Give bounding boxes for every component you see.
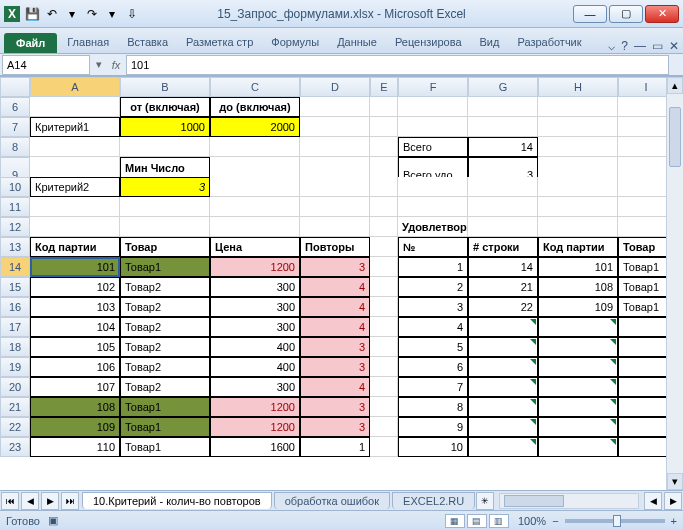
- cell-c15[interactable]: 300: [210, 277, 300, 297]
- row-header[interactable]: 6: [0, 97, 30, 117]
- cell-h22[interactable]: [538, 417, 618, 437]
- cell-a15[interactable]: 102: [30, 277, 120, 297]
- maximize-button[interactable]: ▢: [609, 5, 643, 23]
- view-page-break-icon[interactable]: ▥: [489, 514, 509, 528]
- cell-d12[interactable]: [300, 217, 370, 237]
- cell-c11[interactable]: [210, 197, 300, 217]
- cell-h7[interactable]: [538, 117, 618, 137]
- sheet-nav-first[interactable]: ⏮: [1, 492, 19, 510]
- cell-d8[interactable]: [300, 137, 370, 157]
- cell-d20[interactable]: 4: [300, 377, 370, 397]
- undo-icon[interactable]: ↶: [44, 6, 60, 22]
- sheet-tab-active[interactable]: 10.Критерий - колич-во повторов: [82, 492, 272, 509]
- row-header[interactable]: 16: [0, 297, 30, 317]
- cell-c14[interactable]: 1200: [210, 257, 300, 277]
- cell-h11[interactable]: [538, 197, 618, 217]
- minimize-ribbon-icon[interactable]: ⌵: [608, 39, 615, 53]
- tab-data[interactable]: Данные: [329, 32, 385, 53]
- cell-f14[interactable]: 1: [398, 257, 468, 277]
- cell-f15[interactable]: 2: [398, 277, 468, 297]
- cell-g10[interactable]: [468, 177, 538, 197]
- zoom-level[interactable]: 100%: [518, 515, 546, 527]
- row-header[interactable]: 7: [0, 117, 30, 137]
- tab-home[interactable]: Главная: [59, 32, 117, 53]
- column-header[interactable]: A: [30, 77, 120, 97]
- cell-g12[interactable]: [468, 217, 538, 237]
- cell-a11[interactable]: [30, 197, 120, 217]
- cell-b12[interactable]: [120, 217, 210, 237]
- cell-h15[interactable]: 108: [538, 277, 618, 297]
- cell-d7[interactable]: [300, 117, 370, 137]
- cell-c23[interactable]: 1600: [210, 437, 300, 457]
- cell-f18[interactable]: 5: [398, 337, 468, 357]
- cell-d11[interactable]: [300, 197, 370, 217]
- cell-f19[interactable]: 6: [398, 357, 468, 377]
- cell-g19[interactable]: [468, 357, 538, 377]
- column-header[interactable]: C: [210, 77, 300, 97]
- select-all-corner[interactable]: [0, 77, 30, 97]
- cell-a6[interactable]: [30, 97, 120, 117]
- cell-e10[interactable]: [370, 177, 398, 197]
- sheet-tab[interactable]: обработка ошибок: [274, 492, 390, 509]
- scroll-right-icon[interactable]: ▶: [664, 492, 682, 510]
- cell-e16[interactable]: [370, 297, 398, 317]
- cell-e13[interactable]: [370, 237, 398, 257]
- cell-h21[interactable]: [538, 397, 618, 417]
- cell-a13[interactable]: Код партии: [30, 237, 120, 257]
- cell-a14[interactable]: 101: [30, 257, 120, 277]
- tab-page-layout[interactable]: Разметка стр: [178, 32, 261, 53]
- cell-e19[interactable]: [370, 357, 398, 377]
- qat-dropdown-icon[interactable]: ▾: [64, 6, 80, 22]
- cell-b23[interactable]: Товар1: [120, 437, 210, 457]
- cell-g7[interactable]: [468, 117, 538, 137]
- cell-g8[interactable]: 14: [468, 137, 538, 157]
- cell-c7[interactable]: 2000: [210, 117, 300, 137]
- cell-d19[interactable]: 3: [300, 357, 370, 377]
- cell-b13[interactable]: Товар: [120, 237, 210, 257]
- cell-g16[interactable]: 22: [468, 297, 538, 317]
- row-header[interactable]: 18: [0, 337, 30, 357]
- tab-insert[interactable]: Вставка: [119, 32, 176, 53]
- cell-d18[interactable]: 3: [300, 337, 370, 357]
- cell-a7[interactable]: Критерий1: [30, 117, 120, 137]
- row-header[interactable]: 10: [0, 177, 30, 197]
- cell-d6[interactable]: [300, 97, 370, 117]
- column-header[interactable]: B: [120, 77, 210, 97]
- worksheet-grid[interactable]: ABCDEFGHI6от (включая)до (включая)7Крите…: [0, 76, 683, 490]
- cell-f7[interactable]: [398, 117, 468, 137]
- cell-c10[interactable]: [210, 177, 300, 197]
- zoom-slider[interactable]: [565, 519, 665, 523]
- cell-e15[interactable]: [370, 277, 398, 297]
- vertical-scrollbar[interactable]: ▴ ▾: [666, 77, 683, 490]
- cell-d10[interactable]: [300, 177, 370, 197]
- cell-a17[interactable]: 104: [30, 317, 120, 337]
- cell-e20[interactable]: [370, 377, 398, 397]
- scroll-thumb[interactable]: [669, 107, 681, 167]
- cell-f20[interactable]: 7: [398, 377, 468, 397]
- row-header[interactable]: 8: [0, 137, 30, 157]
- cell-c19[interactable]: 400: [210, 357, 300, 377]
- row-header[interactable]: 14: [0, 257, 30, 277]
- cell-b7[interactable]: 1000: [120, 117, 210, 137]
- sheet-nav-prev[interactable]: ◀: [21, 492, 39, 510]
- cell-c18[interactable]: 400: [210, 337, 300, 357]
- row-header[interactable]: 11: [0, 197, 30, 217]
- cell-h16[interactable]: 109: [538, 297, 618, 317]
- cell-g20[interactable]: [468, 377, 538, 397]
- new-sheet-icon[interactable]: ✳: [476, 492, 494, 510]
- namebox-dropdown-icon[interactable]: ▾: [92, 58, 106, 71]
- cell-a8[interactable]: [30, 137, 120, 157]
- cell-b18[interactable]: Товар2: [120, 337, 210, 357]
- cell-h17[interactable]: [538, 317, 618, 337]
- cell-a19[interactable]: 106: [30, 357, 120, 377]
- cell-c21[interactable]: 1200: [210, 397, 300, 417]
- cell-b11[interactable]: [120, 197, 210, 217]
- cell-h6[interactable]: [538, 97, 618, 117]
- row-header[interactable]: 13: [0, 237, 30, 257]
- cell-d21[interactable]: 3: [300, 397, 370, 417]
- close-button[interactable]: ✕: [645, 5, 679, 23]
- cell-b14[interactable]: Товар1: [120, 257, 210, 277]
- cell-d17[interactable]: 4: [300, 317, 370, 337]
- cell-b16[interactable]: Товар2: [120, 297, 210, 317]
- fx-icon[interactable]: fx: [106, 59, 126, 71]
